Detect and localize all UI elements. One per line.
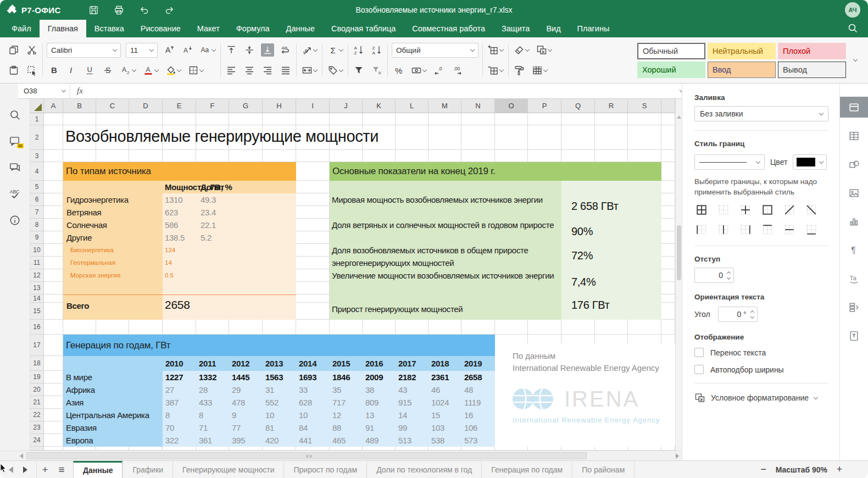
cell[interactable] bbox=[44, 150, 63, 162]
zoom-level[interactable]: Масштаб 90% bbox=[776, 465, 827, 474]
cell[interactable] bbox=[561, 219, 595, 231]
paragraph-settings-icon[interactable]: ¶ bbox=[840, 240, 868, 260]
cell[interactable] bbox=[263, 206, 296, 219]
cell[interactable] bbox=[561, 447, 595, 451]
font-size-select[interactable]: 11 bbox=[126, 43, 158, 58]
cell[interactable] bbox=[461, 125, 495, 150]
cell[interactable] bbox=[163, 303, 196, 320]
cell[interactable] bbox=[495, 294, 528, 303]
cell[interactable] bbox=[96, 282, 129, 294]
cell[interactable] bbox=[263, 320, 296, 335]
cell[interactable] bbox=[129, 231, 163, 244]
scroll-up-icon[interactable] bbox=[677, 114, 681, 119]
cell[interactable] bbox=[44, 269, 63, 282]
cell[interactable] bbox=[44, 320, 63, 335]
cell[interactable] bbox=[163, 396, 196, 409]
menu-tab-1[interactable]: Файл bbox=[3, 20, 40, 37]
border-left-button[interactable] bbox=[694, 223, 709, 237]
cell[interactable] bbox=[229, 257, 263, 269]
cell[interactable] bbox=[495, 320, 528, 335]
cell[interactable] bbox=[363, 282, 396, 294]
search-icon[interactable] bbox=[847, 23, 859, 35]
cell[interactable] bbox=[561, 371, 595, 383]
table-settings-icon[interactable] bbox=[840, 125, 868, 146]
cell[interactable] bbox=[163, 434, 196, 447]
cell[interactable] bbox=[296, 371, 330, 383]
cell[interactable] bbox=[429, 125, 461, 150]
cell[interactable] bbox=[196, 282, 229, 294]
border-bottom-button[interactable] bbox=[804, 223, 819, 237]
cell[interactable] bbox=[163, 181, 196, 193]
cell[interactable] bbox=[196, 335, 229, 356]
cell[interactable] bbox=[44, 206, 63, 219]
scroll-right-icon[interactable] bbox=[676, 453, 679, 459]
cell[interactable] bbox=[461, 206, 495, 219]
menu-tab-12[interactable]: Плагины bbox=[569, 20, 618, 37]
cell[interactable] bbox=[561, 434, 595, 447]
border-color-select[interactable] bbox=[793, 154, 827, 170]
cell[interactable] bbox=[396, 231, 429, 244]
cell[interactable] bbox=[330, 371, 363, 383]
cell[interactable] bbox=[129, 125, 163, 150]
cell[interactable] bbox=[495, 269, 528, 282]
cell[interactable] bbox=[396, 206, 429, 219]
cell[interactable] bbox=[44, 447, 63, 451]
cell[interactable] bbox=[229, 447, 263, 451]
cell[interactable] bbox=[561, 269, 595, 282]
align-justify-button[interactable] bbox=[279, 64, 292, 77]
menu-tab-7[interactable]: Данные bbox=[278, 20, 323, 37]
cell[interactable] bbox=[628, 244, 661, 257]
row-header-6[interactable]: 6 bbox=[30, 193, 44, 206]
cell[interactable] bbox=[96, 371, 129, 383]
cell[interactable] bbox=[628, 434, 661, 447]
cell[interactable] bbox=[63, 231, 96, 244]
cell-style-1[interactable]: Обычный bbox=[637, 43, 705, 59]
cell[interactable] bbox=[129, 162, 163, 181]
cell[interactable] bbox=[330, 257, 363, 269]
row-header-1[interactable]: 1 bbox=[30, 113, 44, 125]
cell[interactable] bbox=[63, 269, 96, 282]
cell[interactable] bbox=[96, 409, 129, 421]
row-header-3[interactable]: 3 bbox=[30, 150, 44, 162]
cell[interactable] bbox=[296, 125, 330, 150]
cell[interactable] bbox=[196, 269, 229, 282]
cell[interactable] bbox=[561, 294, 595, 303]
cell-style-3[interactable]: Плохой bbox=[778, 43, 846, 59]
zoom-in-button[interactable]: + bbox=[835, 464, 844, 475]
cell[interactable] bbox=[595, 231, 628, 244]
cell[interactable] bbox=[196, 162, 229, 181]
cell[interactable] bbox=[330, 231, 363, 244]
cell[interactable] bbox=[296, 421, 330, 434]
cell[interactable] bbox=[163, 150, 196, 162]
row-header-21[interactable]: 21 bbox=[30, 396, 44, 409]
cell[interactable] bbox=[63, 303, 96, 320]
cell[interactable] bbox=[330, 447, 363, 451]
autofit-checkbox[interactable] bbox=[694, 365, 704, 374]
underline-button[interactable]: U bbox=[83, 64, 96, 77]
cell[interactable] bbox=[396, 269, 429, 282]
cell[interactable] bbox=[330, 434, 363, 447]
indent-stepper[interactable]: 0 bbox=[694, 268, 734, 283]
cell[interactable] bbox=[196, 181, 229, 193]
cell[interactable] bbox=[129, 335, 163, 356]
cell[interactable] bbox=[363, 409, 396, 421]
cell[interactable] bbox=[296, 113, 330, 125]
cell[interactable] bbox=[528, 383, 561, 396]
cell[interactable] bbox=[363, 162, 396, 181]
cell[interactable] bbox=[461, 396, 495, 409]
cell[interactable] bbox=[595, 383, 628, 396]
cell[interactable] bbox=[129, 269, 163, 282]
cell[interactable] bbox=[461, 269, 495, 282]
cell[interactable] bbox=[129, 383, 163, 396]
select-all-button[interactable] bbox=[25, 64, 38, 77]
row-header-16[interactable]: 16 bbox=[30, 320, 44, 335]
cell[interactable] bbox=[63, 181, 96, 193]
cell[interactable] bbox=[63, 371, 96, 383]
cell[interactable] bbox=[595, 206, 628, 219]
clear-button[interactable] bbox=[513, 43, 530, 57]
format-painter-button[interactable] bbox=[513, 64, 526, 77]
cell[interactable] bbox=[129, 303, 163, 320]
cell[interactable] bbox=[129, 421, 163, 434]
cell[interactable] bbox=[163, 356, 196, 371]
cell[interactable] bbox=[628, 125, 661, 150]
